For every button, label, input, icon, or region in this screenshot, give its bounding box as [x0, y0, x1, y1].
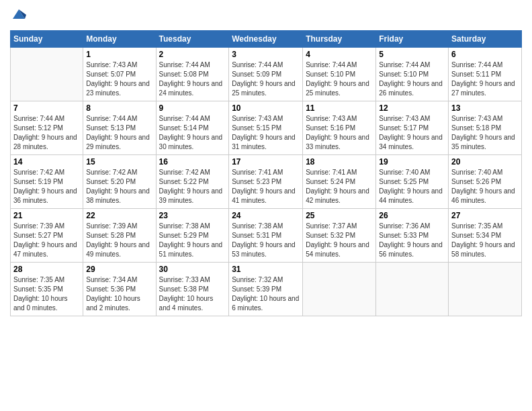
calendar-cell: 1Sunrise: 7:43 AM Sunset: 5:07 PM Daylig…: [83, 47, 156, 101]
day-number: 18: [306, 157, 373, 167]
calendar-cell: 20Sunrise: 7:40 AM Sunset: 5:26 PM Dayli…: [449, 154, 522, 208]
weekday-header-wednesday: Wednesday: [229, 30, 303, 47]
day-number: 6: [451, 50, 519, 59]
weekday-header-friday: Friday: [376, 30, 449, 47]
calendar-table: SundayMondayTuesdayWednesdayThursdayFrid…: [10, 30, 522, 316]
weekday-header-row: SundayMondayTuesdayWednesdayThursdayFrid…: [11, 30, 522, 47]
day-info: Sunrise: 7:39 AM Sunset: 5:28 PM Dayligh…: [86, 222, 152, 259]
day-number: 19: [379, 157, 445, 167]
calendar-cell: 27Sunrise: 7:35 AM Sunset: 5:34 PM Dayli…: [449, 208, 522, 262]
day-info: Sunrise: 7:44 AM Sunset: 5:13 PM Dayligh…: [86, 114, 152, 152]
day-number: 28: [13, 265, 80, 274]
calendar-cell: 19Sunrise: 7:40 AM Sunset: 5:25 PM Dayli…: [376, 154, 449, 208]
day-info: Sunrise: 7:41 AM Sunset: 5:24 PM Dayligh…: [306, 168, 373, 205]
day-info: Sunrise: 7:42 AM Sunset: 5:19 PM Dayligh…: [13, 168, 80, 205]
day-number: 1: [86, 50, 152, 59]
day-number: 21: [13, 211, 80, 220]
day-number: 5: [379, 50, 445, 59]
calendar-cell: 17Sunrise: 7:41 AM Sunset: 5:23 PM Dayli…: [229, 154, 303, 208]
calendar-cell: 12Sunrise: 7:43 AM Sunset: 5:17 PM Dayli…: [376, 101, 449, 154]
weekday-header-saturday: Saturday: [449, 30, 522, 47]
calendar-cell: 28Sunrise: 7:35 AM Sunset: 5:35 PM Dayli…: [11, 262, 83, 316]
day-number: 26: [379, 211, 445, 220]
day-number: 17: [232, 157, 300, 167]
calendar-cell: [11, 47, 83, 101]
day-info: Sunrise: 7:43 AM Sunset: 5:15 PM Dayligh…: [232, 114, 300, 152]
day-info: Sunrise: 7:43 AM Sunset: 5:18 PM Dayligh…: [451, 114, 519, 152]
calendar-cell: 26Sunrise: 7:36 AM Sunset: 5:33 PM Dayli…: [376, 208, 449, 262]
day-info: Sunrise: 7:37 AM Sunset: 5:32 PM Dayligh…: [306, 222, 373, 259]
header: [10, 7, 522, 25]
day-number: 25: [306, 211, 373, 220]
day-info: Sunrise: 7:40 AM Sunset: 5:25 PM Dayligh…: [379, 168, 445, 205]
calendar-cell: [303, 262, 376, 316]
day-number: 14: [13, 157, 80, 167]
logo: [10, 7, 26, 25]
day-info: Sunrise: 7:44 AM Sunset: 5:12 PM Dayligh…: [13, 114, 80, 152]
calendar-cell: 6Sunrise: 7:44 AM Sunset: 5:11 PM Daylig…: [449, 47, 522, 101]
day-number: 16: [159, 157, 226, 167]
day-info: Sunrise: 7:44 AM Sunset: 5:10 PM Dayligh…: [306, 60, 373, 98]
week-row-3: 14Sunrise: 7:42 AM Sunset: 5:19 PM Dayli…: [11, 154, 522, 208]
calendar-page: SundayMondayTuesdayWednesdayThursdayFrid…: [0, 0, 532, 411]
calendar-cell: 16Sunrise: 7:42 AM Sunset: 5:22 PM Dayli…: [156, 154, 229, 208]
day-number: 9: [159, 103, 226, 113]
day-number: 10: [232, 103, 300, 113]
week-row-1: 1Sunrise: 7:43 AM Sunset: 5:07 PM Daylig…: [11, 47, 522, 101]
week-row-4: 21Sunrise: 7:39 AM Sunset: 5:27 PM Dayli…: [11, 208, 522, 262]
calendar-cell: 10Sunrise: 7:43 AM Sunset: 5:15 PM Dayli…: [229, 101, 303, 154]
day-info: Sunrise: 7:38 AM Sunset: 5:31 PM Dayligh…: [232, 222, 300, 259]
logo-icon: [11, 7, 26, 21]
calendar-cell: [376, 262, 449, 316]
calendar-cell: 24Sunrise: 7:38 AM Sunset: 5:31 PM Dayli…: [229, 208, 303, 262]
calendar-cell: 23Sunrise: 7:38 AM Sunset: 5:29 PM Dayli…: [156, 208, 229, 262]
day-info: Sunrise: 7:34 AM Sunset: 5:36 PM Dayligh…: [86, 275, 152, 313]
day-info: Sunrise: 7:35 AM Sunset: 5:35 PM Dayligh…: [13, 275, 80, 313]
weekday-header-tuesday: Tuesday: [156, 30, 229, 47]
calendar-cell: 29Sunrise: 7:34 AM Sunset: 5:36 PM Dayli…: [83, 262, 156, 316]
logo-text: [10, 7, 26, 25]
calendar-cell: 25Sunrise: 7:37 AM Sunset: 5:32 PM Dayli…: [303, 208, 376, 262]
calendar-cell: 21Sunrise: 7:39 AM Sunset: 5:27 PM Dayli…: [11, 208, 83, 262]
day-number: 27: [451, 211, 519, 220]
day-number: 13: [451, 103, 519, 113]
calendar-cell: 22Sunrise: 7:39 AM Sunset: 5:28 PM Dayli…: [83, 208, 156, 262]
calendar-cell: 9Sunrise: 7:44 AM Sunset: 5:14 PM Daylig…: [156, 101, 229, 154]
day-info: Sunrise: 7:43 AM Sunset: 5:16 PM Dayligh…: [306, 114, 373, 152]
day-info: Sunrise: 7:42 AM Sunset: 5:22 PM Dayligh…: [159, 168, 226, 205]
day-info: Sunrise: 7:44 AM Sunset: 5:14 PM Dayligh…: [159, 114, 226, 152]
day-number: 2: [159, 50, 226, 59]
day-number: 11: [306, 103, 373, 113]
day-number: 8: [86, 103, 152, 113]
calendar-cell: 14Sunrise: 7:42 AM Sunset: 5:19 PM Dayli…: [11, 154, 83, 208]
week-row-2: 7Sunrise: 7:44 AM Sunset: 5:12 PM Daylig…: [11, 101, 522, 154]
day-info: Sunrise: 7:35 AM Sunset: 5:34 PM Dayligh…: [451, 222, 519, 259]
calendar-cell: 15Sunrise: 7:42 AM Sunset: 5:20 PM Dayli…: [83, 154, 156, 208]
calendar-cell: 3Sunrise: 7:44 AM Sunset: 5:09 PM Daylig…: [229, 47, 303, 101]
weekday-header-thursday: Thursday: [303, 30, 376, 47]
calendar-cell: 18Sunrise: 7:41 AM Sunset: 5:24 PM Dayli…: [303, 154, 376, 208]
day-number: 3: [232, 50, 300, 59]
weekday-header-sunday: Sunday: [11, 30, 83, 47]
day-number: 7: [13, 103, 80, 113]
day-info: Sunrise: 7:33 AM Sunset: 5:38 PM Dayligh…: [159, 275, 226, 313]
day-number: 15: [86, 157, 152, 167]
day-number: 12: [379, 103, 445, 113]
day-info: Sunrise: 7:43 AM Sunset: 5:17 PM Dayligh…: [379, 114, 445, 152]
calendar-cell: [449, 262, 522, 316]
day-info: Sunrise: 7:38 AM Sunset: 5:29 PM Dayligh…: [159, 222, 226, 259]
day-info: Sunrise: 7:44 AM Sunset: 5:08 PM Dayligh…: [159, 60, 226, 98]
day-number: 23: [159, 211, 226, 220]
day-info: Sunrise: 7:39 AM Sunset: 5:27 PM Dayligh…: [13, 222, 80, 259]
calendar-cell: 30Sunrise: 7:33 AM Sunset: 5:38 PM Dayli…: [156, 262, 229, 316]
day-number: 29: [86, 265, 152, 274]
day-info: Sunrise: 7:42 AM Sunset: 5:20 PM Dayligh…: [86, 168, 152, 205]
calendar-cell: 4Sunrise: 7:44 AM Sunset: 5:10 PM Daylig…: [303, 47, 376, 101]
calendar-cell: 11Sunrise: 7:43 AM Sunset: 5:16 PM Dayli…: [303, 101, 376, 154]
day-info: Sunrise: 7:32 AM Sunset: 5:39 PM Dayligh…: [232, 275, 300, 313]
day-number: 22: [86, 211, 152, 220]
day-info: Sunrise: 7:41 AM Sunset: 5:23 PM Dayligh…: [232, 168, 300, 205]
weekday-header-monday: Monday: [83, 30, 156, 47]
day-info: Sunrise: 7:44 AM Sunset: 5:09 PM Dayligh…: [232, 60, 300, 98]
day-info: Sunrise: 7:40 AM Sunset: 5:26 PM Dayligh…: [451, 168, 519, 205]
